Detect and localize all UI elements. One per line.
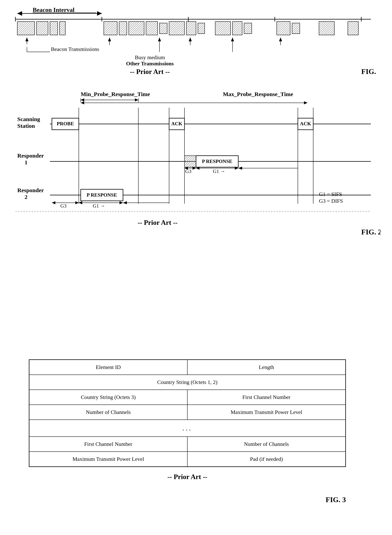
busy-medium-label: Busy medium	[135, 54, 165, 60]
prior-art-fig3-label: -- Prior Art --	[29, 473, 346, 481]
probe-text: PROBE	[57, 121, 74, 126]
pad-cell: Pad (if needed)	[187, 451, 346, 467]
fig3-table: Element ID Length Country String (Octets…	[29, 359, 346, 467]
element-id-cell: Element ID	[29, 360, 187, 375]
country-string-octets3-cell: Country String (Octets 3)	[29, 390, 187, 405]
beacon-transmissions-label: Beacon Transmissions	[51, 46, 99, 52]
beacon-block-3	[50, 22, 58, 35]
svg-marker-19	[231, 37, 234, 41]
country-string-octets12-cell: Country String (Octets 1, 2)	[29, 375, 346, 390]
max-probe-label: Max_Probe_Response_Time	[223, 91, 293, 97]
fig2-label: FIG. 2	[361, 228, 380, 236]
beacon-block-8	[146, 22, 158, 35]
fig3-label: FIG. 3	[326, 495, 346, 504]
svg-marker-48	[120, 201, 123, 204]
resp1-hatch-box	[184, 156, 196, 167]
beacon-block-4	[60, 22, 65, 35]
beacon-block-9	[159, 23, 167, 34]
beacon-block-19	[348, 22, 358, 35]
svg-marker-45	[75, 201, 79, 204]
svg-marker-50	[123, 201, 127, 204]
ack1-text: ACK	[171, 121, 182, 126]
other-transmissions-label: Other Transmissions	[126, 60, 174, 66]
g3-label1: G3	[185, 168, 191, 174]
svg-marker-17	[158, 37, 161, 41]
svg-marker-13	[279, 37, 282, 41]
svg-marker-42	[238, 167, 242, 170]
beacon-block-5	[104, 22, 117, 35]
beacon-block-14	[233, 22, 242, 35]
svg-marker-11	[189, 37, 192, 41]
g1-label2: G1 →	[93, 203, 105, 209]
table-row-2: Country String (Octets 1, 2)	[29, 375, 346, 390]
svg-marker-22	[81, 98, 84, 102]
beacon-block-17	[292, 23, 300, 34]
svg-marker-28	[304, 101, 308, 104]
g3-eq-label: G3 = DIFS	[319, 198, 343, 204]
beacon-block-16	[277, 22, 290, 35]
g1-label1: G1 →	[213, 168, 225, 174]
svg-marker-23	[135, 98, 138, 102]
table-row-6: First Channel Number Number of Channels	[29, 437, 346, 451]
svg-marker-9	[108, 37, 111, 41]
scanning-label: Scanning	[17, 116, 40, 122]
responder2-num: 2	[25, 194, 28, 200]
g1-eq-label: G1 = SIFS	[319, 191, 342, 197]
first-channel-number-cell: First Channel Number	[187, 390, 346, 405]
max-transmit-power-b-cell: Maximum Transmit Power Level	[29, 451, 187, 467]
ack2-text: ACK	[300, 121, 311, 126]
prior-art-fig1-label: -- Prior Art --	[130, 68, 170, 75]
ellipsis-cell: ...	[29, 420, 346, 437]
beacon-block-2	[37, 22, 48, 35]
fig3-container: Element ID Length Country String (Octets…	[29, 359, 346, 481]
table-row-5: ...	[29, 420, 346, 437]
beacon-block-1	[17, 22, 35, 35]
beacon-block-18	[319, 22, 334, 35]
min-probe-label: Min_Probe_Response_Time	[81, 91, 150, 97]
beacon-block-7	[129, 22, 144, 35]
length-cell: Length	[187, 360, 346, 375]
table-row-7: Maximum Transmit Power Level Pad (if nee…	[29, 451, 346, 467]
beacon-block-10	[169, 22, 184, 35]
g3-label2: G3	[60, 203, 66, 209]
fig1-label: FIG. 1	[361, 67, 377, 75]
station-label: Station	[17, 123, 35, 129]
responder2-label: Responder	[17, 187, 44, 193]
max-transmit-power-cell: Maximum Transmit Power Level	[187, 405, 346, 420]
p-response1-text: P RESPONSE	[202, 158, 232, 164]
beacon-block-11	[187, 22, 196, 35]
beacon-block-13	[215, 22, 231, 35]
responder1-label: Responder	[17, 152, 44, 159]
responder1-num: 1	[25, 159, 28, 165]
table-row-3: Country String (Octets 3) First Channel …	[29, 390, 346, 405]
svg-marker-44	[52, 201, 55, 204]
svg-marker-27	[81, 101, 84, 104]
beacon-interval-text: Beacon Interval	[33, 8, 75, 13]
number-of-channels-b-cell: Number of Channels	[187, 437, 346, 451]
prior-art-fig2-label: -- Prior Art --	[138, 219, 177, 226]
table-row-4: Number of Channels Maximum Transmit Powe…	[29, 405, 346, 420]
fig1-diagram: Beacon Interval	[12, 8, 377, 79]
beacon-interval-arrow-right	[97, 11, 102, 16]
beacon-block-15	[244, 23, 252, 34]
first-channel-number-b-cell: First Channel Number	[29, 437, 187, 451]
p-response2-text: P RESPONSE	[87, 192, 117, 198]
svg-marker-47	[79, 201, 82, 204]
svg-marker-7	[25, 37, 28, 41]
fig2-diagram: Min_Probe_Response_Time Max_Probe_Respon…	[12, 88, 380, 242]
table-row-1: Element ID Length	[29, 360, 346, 375]
number-of-channels-cell: Number of Channels	[29, 405, 187, 420]
beacon-block-6	[119, 22, 127, 35]
beacon-block-12	[198, 23, 205, 34]
